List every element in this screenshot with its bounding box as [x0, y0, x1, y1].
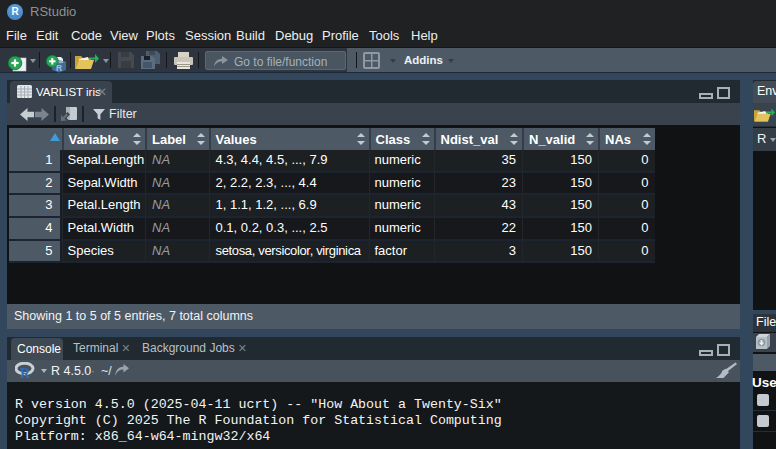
svg-text:R: R — [20, 366, 31, 380]
